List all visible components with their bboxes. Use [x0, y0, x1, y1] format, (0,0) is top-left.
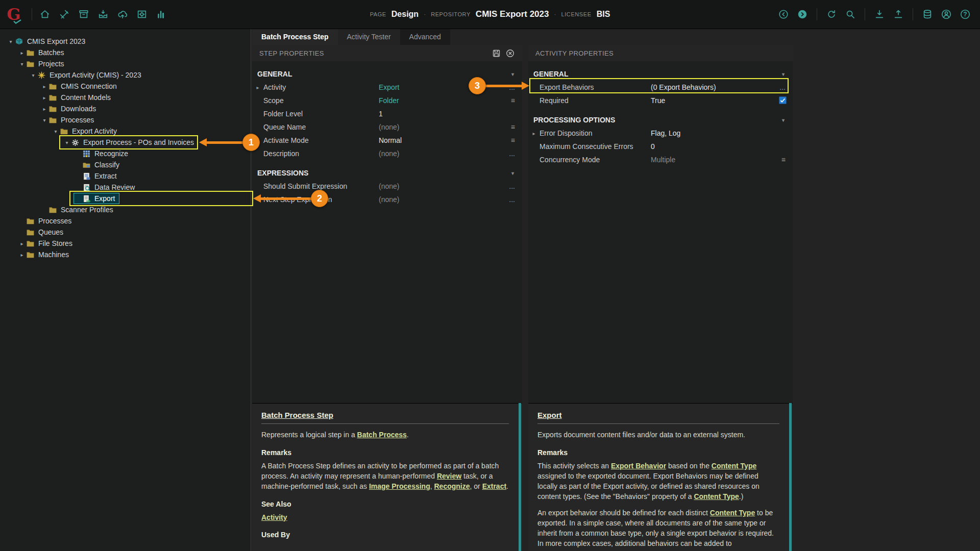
section-expressions[interactable]: EXPRESSIONS▾ — [252, 166, 522, 180]
tree-item-recognize[interactable]: Recognize — [0, 148, 251, 159]
doc-link-extract[interactable]: Extract — [482, 482, 506, 490]
tree-item-file-stores[interactable]: ▸File Stores — [0, 238, 251, 249]
tree-item-content[interactable]: Export — [74, 193, 119, 204]
property-row-error-disposition[interactable]: ▸Error DispositionFlag, Log — [528, 127, 793, 140]
tree-item-queues[interactable]: Queues — [0, 227, 251, 238]
cloud-upload-button[interactable] — [114, 6, 131, 23]
tree-item-content[interactable]: ▸Content Models — [40, 92, 115, 103]
chevron-right-icon[interactable]: ▸ — [18, 241, 26, 246]
chevron-down-icon[interactable]: ▾ — [63, 140, 71, 145]
tree-item-projects[interactable]: ▾Projects — [0, 58, 251, 69]
property-value[interactable]: (none) — [379, 147, 399, 160]
tree-item-content[interactable]: Data Review — [74, 182, 139, 193]
chevron-down-icon[interactable]: ▾ — [52, 129, 60, 134]
tree-item-content[interactable]: Queues — [17, 227, 68, 238]
menu-button[interactable]: ≡ — [781, 153, 786, 166]
user-button[interactable] — [938, 6, 955, 23]
tree-item-content[interactable]: ▾Projects — [17, 58, 69, 69]
download-button[interactable] — [871, 6, 888, 23]
doc-link-content-type[interactable]: Content Type — [710, 509, 755, 517]
ellipsis-button[interactable]: ... — [509, 193, 515, 206]
tab-batch-process-step[interactable]: Batch Process Step — [252, 29, 338, 45]
tree-item-downloads[interactable]: ▸Downloads — [0, 103, 251, 114]
doc-link-recognize[interactable]: Recognize — [434, 482, 470, 490]
doc-link-review[interactable]: Review — [437, 472, 461, 480]
tree-item-extract[interactable]: Extract — [0, 170, 251, 182]
tools-button[interactable] — [56, 6, 73, 23]
tree-item-content[interactable]: ▾Export Activity (CMIS) - 2023 — [29, 69, 146, 81]
checkbox-checked-icon[interactable] — [779, 96, 787, 106]
chevron-right-icon[interactable]: ▸ — [40, 84, 48, 89]
tree-item-export[interactable]: Export — [0, 193, 251, 204]
expander-icon[interactable]: ▸ — [252, 85, 263, 90]
menu-button[interactable]: ≡ — [511, 134, 515, 147]
property-value[interactable]: (none) — [379, 120, 399, 134]
tree-item-content[interactable]: Scanner Profiles — [40, 204, 118, 215]
database-button[interactable] — [919, 6, 936, 23]
upload-button[interactable] — [890, 6, 907, 23]
property-value[interactable]: Export — [379, 81, 399, 94]
doc-scrollbar[interactable] — [519, 403, 521, 551]
bar-chart-button[interactable] — [153, 6, 170, 23]
task-box-button[interactable] — [133, 6, 151, 23]
tree-item-content[interactable]: ▾CMIS Export 2023 — [6, 36, 90, 47]
doc-link-batch-process[interactable]: Batch Process — [357, 431, 407, 439]
chevron-down-icon[interactable]: ▾ — [7, 39, 15, 44]
property-value[interactable]: 1 — [379, 107, 383, 120]
tree-item-content[interactable]: ▸Batches — [17, 47, 69, 58]
property-row-maximum-consecutive-errors[interactable]: Maximum Consecutive Errors0 — [528, 140, 793, 153]
chevron-right-icon[interactable]: ▸ — [40, 95, 48, 101]
property-value[interactable]: (0 Export Behaviors) — [651, 81, 716, 94]
tree-item-content[interactable]: ▸Downloads — [40, 103, 101, 114]
tree-item-scanner-profiles[interactable]: Scanner Profiles — [0, 204, 251, 215]
search-button[interactable] — [842, 6, 859, 23]
ellipsis-button[interactable]: ... — [779, 81, 786, 94]
chevron-right-icon[interactable]: ▸ — [18, 252, 26, 258]
property-value[interactable]: (none) — [379, 193, 399, 206]
tab-advanced[interactable]: Advanced — [400, 29, 450, 45]
chevron-down-icon[interactable]: ▾ — [511, 71, 514, 77]
home-button[interactable] — [36, 6, 54, 23]
chevron-down-icon[interactable]: ▾ — [782, 71, 785, 77]
repository-value[interactable]: CMIS Export 2023 — [476, 9, 549, 19]
tree-item-processes[interactable]: ▾Processes — [0, 114, 251, 126]
ellipsis-button[interactable]: ... — [509, 147, 515, 160]
property-row-scope[interactable]: ScopeFolder≡ — [252, 94, 522, 107]
chevron-down-icon[interactable]: ▾ — [782, 117, 785, 123]
refresh-button[interactable] — [823, 6, 840, 23]
property-value[interactable]: Normal — [379, 134, 402, 147]
doc-link-activity[interactable]: Activity — [261, 513, 287, 521]
doc-link-export-behavior[interactable]: Export Behavior — [611, 462, 666, 470]
property-row-concurrency-mode[interactable]: Concurrency ModeMultiple≡ — [528, 153, 793, 166]
menu-button[interactable]: ≡ — [511, 94, 515, 107]
tree-item-batches[interactable]: ▸Batches — [0, 47, 251, 58]
chevron-down-icon[interactable]: ▾ — [40, 117, 48, 123]
ellipsis-button[interactable]: ... — [509, 81, 515, 94]
chevron-right-icon[interactable]: ▸ — [18, 50, 26, 56]
property-value[interactable]: (none) — [379, 180, 399, 193]
property-row-should-submit-expression[interactable]: Should Submit Expression(none)... — [252, 180, 522, 193]
save-button[interactable] — [492, 48, 501, 58]
property-row-activate-mode[interactable]: Activate ModeNormal≡ — [252, 134, 522, 147]
expander-icon[interactable]: ▸ — [528, 131, 540, 136]
page-value[interactable]: Design — [391, 10, 419, 19]
tree-item-content[interactable]: ▸CMIS Connection — [40, 81, 121, 92]
chevron-down-icon[interactable]: ▾ — [18, 61, 26, 67]
tree-item-content[interactable]: Processes — [17, 215, 76, 227]
batch-archive-button[interactable] — [75, 6, 92, 23]
tree-item-content-models[interactable]: ▸Content Models — [0, 92, 251, 103]
section-general[interactable]: GENERAL▾ — [528, 67, 793, 81]
nav-forward-button[interactable] — [794, 6, 811, 23]
property-value[interactable]: Folder — [379, 94, 399, 107]
tree-item-content[interactable]: ▸Machines — [17, 249, 74, 260]
help-button[interactable]: ? — [957, 6, 974, 23]
property-row-required[interactable]: RequiredTrue — [528, 94, 793, 107]
tree-item-processes[interactable]: Processes — [0, 215, 251, 227]
nav-back-button[interactable] — [775, 6, 792, 23]
tree-item-content[interactable]: ▾Export Activity — [51, 126, 121, 137]
tree-item-data-review[interactable]: Data Review — [0, 182, 251, 193]
menu-button[interactable]: ≡ — [511, 120, 515, 134]
section-processing-options[interactable]: PROCESSING OPTIONS▾ — [528, 113, 793, 127]
tree-item-export-activity[interactable]: ▾Export Activity — [0, 126, 251, 137]
tab-activity-tester[interactable]: Activity Tester — [338, 29, 400, 45]
